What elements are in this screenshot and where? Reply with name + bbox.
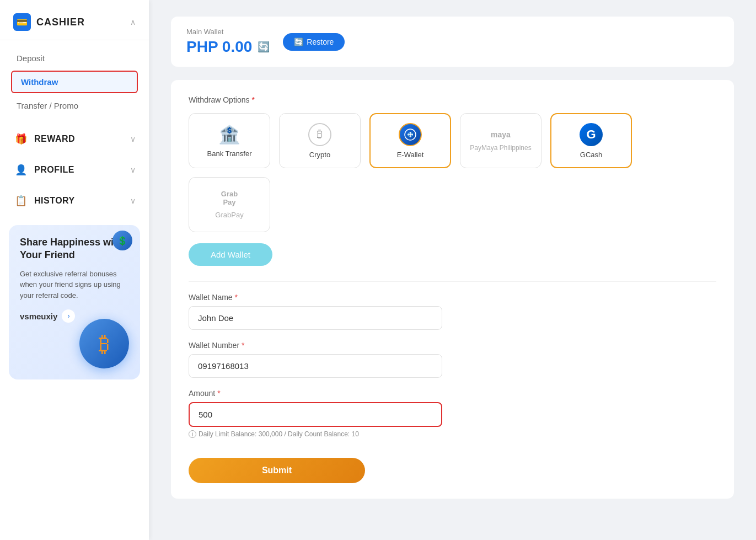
sidebar-title: CASHIER [36, 17, 85, 28]
bitcoin-icon: ₿ [79, 319, 129, 368]
submit-label: Submit [262, 466, 292, 475]
divider [189, 281, 716, 282]
amount-input[interactable] [189, 402, 442, 427]
option-paymaya[interactable]: maya PayMaya Philippines [460, 113, 541, 168]
option-bank-transfer[interactable]: 🏦 Bank Transfer [189, 113, 270, 168]
withdraw-options-label: Withdraw Options * [189, 95, 716, 104]
wallet-name-label: Wallet Name * [189, 293, 716, 302]
sidebar-collapse-icon[interactable]: ∧ [130, 18, 136, 26]
option-ewallet[interactable]: E-Wallet [369, 113, 451, 168]
paymaya-label: PayMaya Philippines [470, 144, 531, 152]
wallet-header: Main Wallet PHP 0.00 🔄 🔄 Restore [171, 17, 734, 67]
wallet-amount: PHP 0.00 🔄 [186, 38, 270, 56]
reward-icon: 🎁 [13, 131, 29, 147]
hint-icon: i [189, 430, 196, 438]
wallet-number-label: Wallet Number * [189, 341, 716, 350]
cashier-icon: 💳 [13, 13, 31, 31]
ewallet-icon [399, 123, 422, 146]
amount-hint: i Daily Limit Balance: 300,000 / Daily C… [189, 430, 716, 438]
bank-transfer-icon: 🏦 [218, 124, 240, 145]
referral-desc: Get exclusive referral bonuses when your… [20, 269, 129, 301]
option-grabpay[interactable]: GrabPay GrabPay [189, 177, 270, 232]
wallet-number-group: Wallet Number * [189, 341, 716, 378]
required-star: * [251, 95, 254, 104]
amount-label: Amount * [189, 389, 716, 398]
history-label: HISTORY [34, 196, 75, 206]
sidebar-section-profile[interactable]: 👤 PROFILE ∨ [0, 154, 149, 185]
reward-label: REWARD [34, 134, 75, 144]
sidebar-header-left: 💳 CASHIER [13, 13, 85, 31]
profile-chevron-icon: ∨ [130, 165, 136, 174]
sidebar-header: 💳 CASHIER ∧ [0, 0, 149, 40]
maya-icon: maya [491, 130, 511, 140]
profile-label: PROFILE [34, 165, 74, 175]
restore-icon: 🔄 [294, 38, 303, 46]
sidebar-section-reward[interactable]: 🎁 REWARD ∨ [0, 124, 149, 154]
withdraw-options-group: Withdraw Options * 🏦 Bank Transfer ₿ Cry… [189, 95, 716, 270]
add-wallet-button[interactable]: Add Wallet [189, 243, 272, 266]
add-wallet-label: Add Wallet [211, 250, 250, 259]
dollar-badge-icon: 💲 [112, 231, 132, 250]
option-crypto[interactable]: ₿ Crypto [279, 113, 361, 168]
option-gcash[interactable]: G GCash [550, 113, 632, 168]
sidebar-item-deposit[interactable]: Deposit [0, 47, 149, 69]
wallet-label: Main Wallet [186, 28, 270, 36]
history-chevron-icon: ∨ [130, 196, 136, 205]
reward-chevron-icon: ∨ [130, 135, 136, 143]
restore-button[interactable]: 🔄 Restore [283, 33, 345, 51]
wallet-number-input[interactable] [189, 354, 442, 378]
wallet-name-group: Wallet Name * [189, 293, 716, 330]
gcash-label: GCash [580, 151, 602, 159]
wallet-amount-value: PHP 0.00 [186, 38, 252, 56]
sidebar-section-history[interactable]: 📋 HISTORY ∨ [0, 185, 149, 216]
main-content: Main Wallet PHP 0.00 🔄 🔄 Restore Withdra… [149, 0, 756, 540]
referral-card: 💲 Share Happiness with Your Friend Get e… [9, 225, 140, 379]
withdraw-panel: Withdraw Options * 🏦 Bank Transfer ₿ Cry… [171, 80, 734, 499]
restore-label: Restore [307, 38, 334, 46]
refresh-icon[interactable]: 🔄 [258, 41, 270, 53]
wallet-info: Main Wallet PHP 0.00 🔄 [186, 28, 270, 56]
amount-group: Amount * i Daily Limit Balance: 300,000 … [189, 389, 716, 438]
bank-transfer-label: Bank Transfer [207, 149, 252, 158]
referral-illustration: ₿ [68, 308, 140, 379]
referral-code: vsmeuxiy [20, 312, 57, 321]
deposit-label: Deposit [17, 54, 45, 63]
hint-text-value: Daily Limit Balance: 300,000 / Daily Cou… [199, 430, 359, 438]
history-icon: 📋 [13, 193, 29, 208]
withdraw-options-grid: 🏦 Bank Transfer ₿ Crypto [189, 113, 716, 232]
sidebar-item-transfer[interactable]: Transfer / Promo [0, 94, 149, 117]
sidebar-nav: Deposit Withdraw Transfer / Promo [0, 40, 149, 124]
ewallet-label: E-Wallet [397, 151, 424, 159]
sidebar-item-withdraw[interactable]: Withdraw [11, 71, 138, 93]
crypto-icon: ₿ [308, 123, 331, 146]
submit-button[interactable]: Submit [189, 458, 365, 483]
withdraw-label: Withdraw [21, 77, 58, 87]
sidebar: 💳 CASHIER ∧ Deposit Withdraw Transfer / … [0, 0, 149, 540]
wallet-name-input[interactable] [189, 306, 442, 330]
gcash-icon: G [580, 123, 603, 146]
transfer-label: Transfer / Promo [17, 101, 78, 110]
grabpay-label: GrabPay [215, 211, 243, 219]
grabpay-icon: GrabPay [221, 190, 238, 206]
profile-icon: 👤 [13, 162, 29, 178]
crypto-label: Crypto [309, 151, 330, 159]
